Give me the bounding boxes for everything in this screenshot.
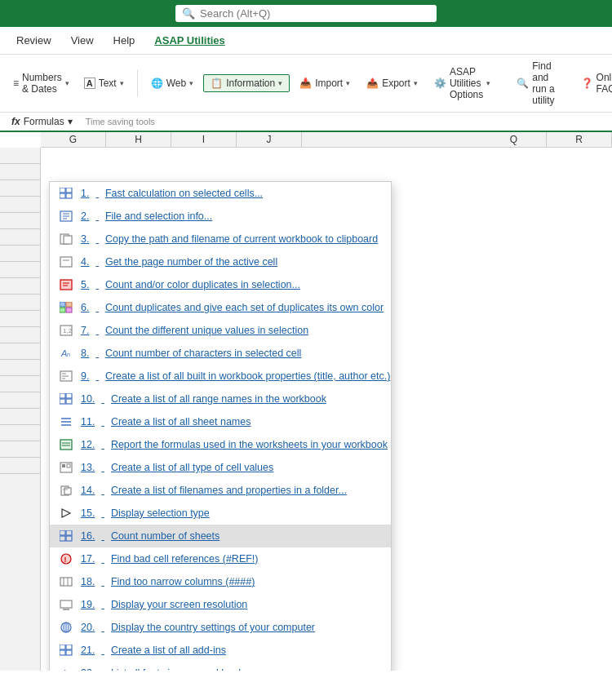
import-arrow: ▾ <box>346 79 350 87</box>
dropdown-item-18[interactable]: 18. Find too narrow columns (####) <box>50 570 391 593</box>
column-headers: G H I J Q R <box>41 132 612 148</box>
row-num-9 <box>0 278 40 295</box>
item-text-15: Display selection type <box>111 507 210 519</box>
item-text-8: Count number of characters in selected c… <box>105 348 301 359</box>
dropdown-item-14[interactable]: 14. Create a list of filenames and prope… <box>50 479 391 502</box>
item-icon-1 <box>58 187 74 200</box>
item-text-13: Create a list of all type of cell values <box>111 462 273 473</box>
dropdown-item-9[interactable]: 9. Create a list of all built in workboo… <box>50 365 391 388</box>
svg-rect-44 <box>60 530 65 535</box>
svg-rect-3 <box>66 193 72 198</box>
menu-help[interactable]: Help <box>105 29 144 51</box>
menu-review[interactable]: Review <box>8 29 60 51</box>
svg-rect-41 <box>64 488 71 494</box>
dropdown-item-5[interactable]: 5. Count and/or color duplicates in sele… <box>50 273 391 296</box>
ribbon-numbers-dates[interactable]: ≡ Numbers & Dates ▾ <box>7 69 76 97</box>
item-label-21: 21. <box>81 645 95 656</box>
svg-rect-46 <box>60 536 65 541</box>
item-text-12: Report the formulas used in the workshee… <box>111 439 388 450</box>
item-label-12: 12. <box>81 439 95 450</box>
ribbon-import[interactable]: 📥 Import ▾ <box>293 75 357 91</box>
export-icon: 📤 <box>366 78 379 89</box>
svg-rect-50 <box>60 578 72 586</box>
ribbon-find-run[interactable]: 🔍 Find and run a utility <box>510 58 561 109</box>
item-text-20: Display the country settings of your com… <box>111 622 315 633</box>
ribbon-online-faq[interactable]: ❓ Online FAQ <box>574 69 612 97</box>
item-text-6: Count duplicates and give each set of du… <box>105 302 384 313</box>
svg-text:A: A <box>60 667 68 671</box>
item-icon-10 <box>58 392 74 405</box>
row-num-18 <box>0 425 40 441</box>
dropdown-item-16[interactable]: 16. Count number of sheets <box>50 525 391 547</box>
row-labels <box>0 148 41 671</box>
dropdown-item-15[interactable]: 15. Display selection type <box>50 502 391 525</box>
item-text-14: Create a list of filenames and propertie… <box>111 485 347 496</box>
numbers-dates-arrow: ▾ <box>65 79 69 87</box>
dropdown-item-11[interactable]: 11. Create a list of all sheet names <box>50 410 391 433</box>
text-arrow: ▾ <box>120 79 124 87</box>
dropdown-item-12[interactable]: 12. Report the formulas used in the work… <box>50 433 391 456</box>
item-label-13: 13. <box>81 462 95 473</box>
row-num-6 <box>0 229 40 246</box>
search-icon: 🔍 <box>182 7 195 20</box>
svg-rect-9 <box>64 236 72 244</box>
item-icon-3 <box>58 233 74 246</box>
item-label-15: 15. <box>81 507 95 519</box>
item-label-16: 16. <box>81 530 95 542</box>
dropdown-item-8[interactable]: An 8. Count number of characters in sele… <box>50 342 391 365</box>
row-num-13 <box>0 343 40 360</box>
search-input-wrap[interactable]: 🔍 <box>175 5 437 22</box>
svg-rect-16 <box>66 302 72 307</box>
item-label-18: 18. <box>81 576 95 587</box>
search-input[interactable] <box>200 7 430 20</box>
svg-rect-17 <box>60 308 65 312</box>
dropdown-item-20[interactable]: 20. Display the country settings of your… <box>50 616 391 639</box>
search-bar: 🔍 <box>0 0 612 27</box>
svg-rect-45 <box>66 530 72 535</box>
ribbon-information[interactable]: 📋 Information ▾ <box>203 74 290 92</box>
item-label-1: 1. <box>81 188 89 199</box>
item-text-21: Create a list of all add-ins <box>111 645 226 656</box>
menu-asap-utilities[interactable]: ASAP Utilities <box>146 29 233 51</box>
item-icon-13 <box>58 461 74 474</box>
dropdown-item-10[interactable]: 10. Create a list of all range names in … <box>50 388 391 410</box>
ribbon-export[interactable]: 📤 Export ▾ <box>360 75 424 91</box>
dropdown-item-3[interactable]: 3. Copy the path and filename of current… <box>50 228 391 250</box>
menu-view[interactable]: View <box>63 29 102 51</box>
col-i: I <box>171 132 237 147</box>
svg-rect-28 <box>66 393 72 398</box>
item-label-9: 9. <box>81 370 89 382</box>
export-label: Export <box>382 78 410 89</box>
text-label: Text <box>99 78 117 89</box>
row-num-20 <box>0 458 40 474</box>
row-num-12 <box>0 327 40 343</box>
svg-rect-18 <box>66 308 72 312</box>
information-arrow: ▾ <box>278 79 282 87</box>
item-text-7: Count the different unique values in sel… <box>105 325 308 336</box>
ribbon-web[interactable]: 🌐 Web ▾ <box>144 75 200 91</box>
dropdown-item-1[interactable]: 1. Fast calculation on selected cells... <box>50 182 391 205</box>
svg-rect-30 <box>66 399 72 404</box>
text-icon: A <box>84 78 95 89</box>
ribbon-text[interactable]: A Text ▾ <box>78 75 131 91</box>
row-num-11 <box>0 311 40 327</box>
dropdown-item-13[interactable]: 13. Create a list of all type of cell va… <box>50 456 391 479</box>
item-text-22: List all fonts in new workbook <box>111 667 244 671</box>
dropdown-item-21[interactable]: 21. Create a list of all add-ins <box>50 639 391 662</box>
dropdown-item-2[interactable]: 2. File and selection info... <box>50 205 391 228</box>
item-label-10: 10. <box>81 393 95 405</box>
item-label-6: 6. <box>81 302 89 313</box>
dropdown-item-17[interactable]: ! 17. Find bad cell references (#REF!) <box>50 547 391 570</box>
dropdown-item-19[interactable]: 19. Display your screen resolution <box>50 593 391 616</box>
dropdown-item-4[interactable]: 4. Get the page number of the active cel… <box>50 250 391 273</box>
dropdown-item-22[interactable]: A 22. List all fonts in new workbook <box>50 662 391 671</box>
ribbon-options[interactable]: ⚙️ ASAP Utilities Options ▾ <box>428 64 497 103</box>
ribbon-formulas[interactable]: fx Formulas ▾ <box>7 114 78 129</box>
dropdown-item-6[interactable]: 6. Count duplicates and give each set of… <box>50 296 391 319</box>
dropdown-item-7[interactable]: 1,2 7. Count the different unique values… <box>50 319 391 342</box>
import-label: Import <box>315 78 343 89</box>
item-icon-7: 1,2 <box>58 324 74 337</box>
web-label: Web <box>166 78 186 89</box>
item-icon-5 <box>58 278 74 291</box>
item-label-3: 3. <box>81 233 89 245</box>
